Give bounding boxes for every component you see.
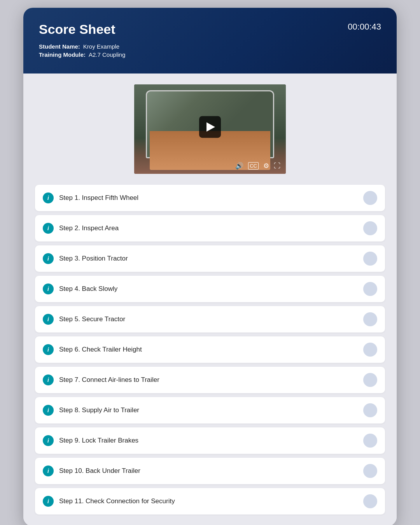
header-info: Student Name: Kroy Example Training Modu… bbox=[39, 43, 381, 58]
settings-icon[interactable]: ⚙ bbox=[263, 162, 269, 170]
student-name-value: Kroy Example bbox=[83, 43, 119, 50]
video-controls: 🔊 CC ⚙ ⛶ bbox=[235, 162, 280, 170]
step-info-icon-5[interactable]: i bbox=[43, 314, 54, 325]
step-radio-9[interactable] bbox=[363, 434, 377, 448]
step-item-6: i Step 6. Check Trailer Height bbox=[35, 336, 385, 363]
timer-display: 00:00:43 bbox=[348, 22, 381, 32]
step-info-icon-8[interactable]: i bbox=[43, 405, 54, 416]
step-item-10: i Step 10. Back Under Trailer bbox=[35, 458, 385, 484]
step-left-5: i Step 5. Secure Tractor bbox=[43, 314, 125, 325]
step-item-11: i Step 11. Check Connection for Security bbox=[35, 488, 385, 514]
step-radio-4[interactable] bbox=[363, 282, 377, 296]
step-item-3: i Step 3. Position Tractor bbox=[35, 245, 385, 272]
training-module-row: Training Module: A2.7 Coupling bbox=[39, 51, 381, 58]
cc-icon[interactable]: CC bbox=[248, 162, 259, 170]
step-item-1: i Step 1. Inspect Fifth Wheel bbox=[35, 185, 385, 211]
step-radio-11[interactable] bbox=[363, 494, 377, 508]
fullscreen-icon[interactable]: ⛶ bbox=[274, 162, 280, 170]
step-label-1: Step 1. Inspect Fifth Wheel bbox=[59, 194, 138, 202]
page-title: Score Sheet bbox=[39, 22, 381, 37]
play-button[interactable] bbox=[199, 116, 221, 138]
step-left-3: i Step 3. Position Tractor bbox=[43, 253, 128, 264]
step-label-8: Step 8. Supply Air to Trailer bbox=[59, 406, 139, 414]
step-info-icon-9[interactable]: i bbox=[43, 435, 54, 446]
step-left-11: i Step 11. Check Connection for Security bbox=[43, 496, 175, 507]
step-label-3: Step 3. Position Tractor bbox=[59, 255, 128, 262]
step-label-10: Step 10. Back Under Trailer bbox=[59, 467, 140, 475]
step-left-6: i Step 6. Check Trailer Height bbox=[43, 344, 142, 355]
step-label-11: Step 11. Check Connection for Security bbox=[59, 497, 175, 505]
step-left-7: i Step 7. Connect Air-lines to Trailer bbox=[43, 374, 159, 385]
step-radio-7[interactable] bbox=[363, 373, 377, 387]
video-container: 🔊 CC ⚙ ⛶ bbox=[35, 84, 385, 174]
volume-icon[interactable]: 🔊 bbox=[235, 162, 243, 170]
step-radio-10[interactable] bbox=[363, 464, 377, 478]
step-info-icon-10[interactable]: i bbox=[43, 466, 54, 476]
step-info-icon-11[interactable]: i bbox=[43, 496, 54, 507]
steps-list: i Step 1. Inspect Fifth Wheel i Step 2. … bbox=[35, 185, 385, 514]
step-label-7: Step 7. Connect Air-lines to Trailer bbox=[59, 376, 159, 384]
step-info-icon-1[interactable]: i bbox=[43, 192, 54, 203]
step-left-4: i Step 4. Back Slowly bbox=[43, 284, 117, 294]
step-radio-6[interactable] bbox=[363, 343, 377, 357]
training-module-value: A2.7 Coupling bbox=[89, 51, 125, 58]
step-radio-5[interactable] bbox=[363, 312, 377, 326]
app-container: Score Sheet 00:00:43 Student Name: Kroy … bbox=[23, 8, 397, 525]
step-info-icon-4[interactable]: i bbox=[43, 284, 54, 294]
video-player[interactable]: 🔊 CC ⚙ ⛶ bbox=[134, 84, 286, 174]
step-item-9: i Step 9. Lock Trailer Brakes bbox=[35, 427, 385, 454]
step-left-10: i Step 10. Back Under Trailer bbox=[43, 466, 140, 476]
step-radio-2[interactable] bbox=[363, 221, 377, 235]
step-left-1: i Step 1. Inspect Fifth Wheel bbox=[43, 192, 138, 203]
step-left-8: i Step 8. Supply Air to Trailer bbox=[43, 405, 139, 416]
step-item-5: i Step 5. Secure Tractor bbox=[35, 306, 385, 332]
header: Score Sheet 00:00:43 Student Name: Kroy … bbox=[23, 8, 397, 74]
step-radio-1[interactable] bbox=[363, 191, 377, 205]
step-item-8: i Step 8. Supply Air to Trailer bbox=[35, 397, 385, 424]
step-label-2: Step 2. Inspect Area bbox=[59, 224, 119, 232]
step-item-2: i Step 2. Inspect Area bbox=[35, 215, 385, 242]
step-info-icon-7[interactable]: i bbox=[43, 374, 54, 385]
step-left-9: i Step 9. Lock Trailer Brakes bbox=[43, 435, 138, 446]
step-item-4: i Step 4. Back Slowly bbox=[35, 276, 385, 302]
step-info-icon-6[interactable]: i bbox=[43, 344, 54, 355]
student-name-row: Student Name: Kroy Example bbox=[39, 43, 381, 50]
step-left-2: i Step 2. Inspect Area bbox=[43, 223, 119, 234]
student-name-label: Student Name: bbox=[39, 43, 80, 50]
step-label-5: Step 5. Secure Tractor bbox=[59, 315, 125, 323]
step-label-6: Step 6. Check Trailer Height bbox=[59, 346, 142, 354]
step-label-9: Step 9. Lock Trailer Brakes bbox=[59, 437, 138, 444]
step-radio-8[interactable] bbox=[363, 403, 377, 417]
step-label-4: Step 4. Back Slowly bbox=[59, 285, 117, 293]
step-info-icon-2[interactable]: i bbox=[43, 223, 54, 234]
step-item-7: i Step 7. Connect Air-lines to Trailer bbox=[35, 367, 385, 393]
step-radio-3[interactable] bbox=[363, 252, 377, 266]
step-info-icon-3[interactable]: i bbox=[43, 253, 54, 264]
main-content: 🔊 CC ⚙ ⛶ i Step 1. Inspect Fifth Wheel i… bbox=[23, 74, 397, 525]
training-module-label: Training Module: bbox=[39, 51, 86, 58]
